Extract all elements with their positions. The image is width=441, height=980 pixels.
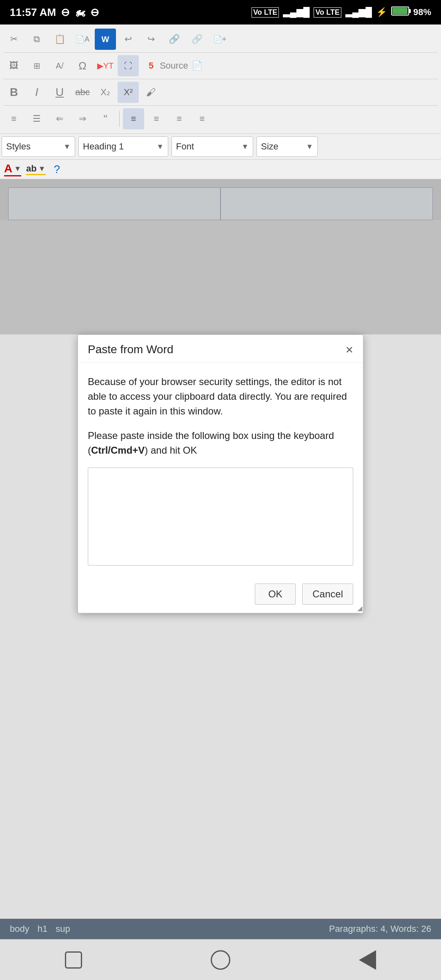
toolbar-row-3: B I U abc X₂ X² 🖌 <box>3 80 438 105</box>
special-chars-button[interactable]: A/ <box>49 55 70 76</box>
battery-percent: 98% <box>413 7 431 18</box>
editor-area: Paste from Word × Because of your browse… <box>0 179 441 220</box>
nav-home-button[interactable] <box>204 946 237 974</box>
modal-message-1: Because of your browser security setting… <box>88 374 353 419</box>
image-button[interactable]: 🖼 <box>3 55 24 76</box>
undo-button[interactable]: ↩ <box>118 29 139 50</box>
symbol-button[interactable]: Ω <box>72 55 93 76</box>
superscript-button[interactable]: X² <box>118 82 139 103</box>
align-right-button[interactable]: ≡ <box>169 108 190 129</box>
text-color-button[interactable]: A ▼ <box>4 162 21 176</box>
time-display: 11:57 AM <box>10 6 56 19</box>
modal-header: Paste from Word × <box>78 335 363 363</box>
cut-button[interactable]: ✂ <box>3 29 24 50</box>
copy-button[interactable]: ⧉ <box>26 29 47 50</box>
toolbar-row-1: ✂ ⧉ 📋 📄A W ↩ ↪ 🔗 🔗 📄+ <box>3 27 438 51</box>
size-dropdown[interactable]: Size ▼ <box>256 136 318 157</box>
outdent-button[interactable]: ⇐ <box>49 108 70 129</box>
cancel-button[interactable]: Cancel <box>302 584 353 605</box>
signal1-icon: ▂▄▆█ <box>283 7 310 18</box>
nav-bar <box>0 939 441 980</box>
toolbar-divider <box>119 111 120 127</box>
status-bar: 11:57 AM ⊖ 🏍 ⊖ Vo LTE ▂▄▆█ Vo LTE ▂▄▆█ ⚡… <box>0 0 441 24</box>
paste-button[interactable]: 📋 <box>49 29 70 50</box>
color-row: A ▼ ab ▼ ? <box>0 160 441 179</box>
toolbar-row-2: 🖼 ⊞ A/ Ω ▶YT ⛶ 5 Source 📄 <box>3 53 438 78</box>
status-tags: body h1 sup <box>10 924 70 934</box>
strikethrough-button[interactable]: abc <box>72 82 93 103</box>
font-dropdown[interactable]: Font ▼ <box>172 136 253 157</box>
modal-overlay: Paste from Word × Because of your browse… <box>0 179 441 334</box>
nav-back-button[interactable] <box>351 946 384 974</box>
heading-dropdown[interactable]: Heading 1 ▼ <box>78 136 168 157</box>
bold-button[interactable]: B <box>3 82 24 103</box>
size-arrow: ▼ <box>306 143 313 151</box>
expand-button[interactable]: ⛶ <box>118 55 139 76</box>
size-label: Size <box>261 141 278 152</box>
toolbar-row-4: ≡ ☰ ⇐ ⇒ " ≡ ≡ ≡ ≡ <box>3 107 438 131</box>
redo-button[interactable]: ↪ <box>140 29 162 50</box>
status-tag-h1: h1 <box>38 924 47 934</box>
paste-text-button[interactable]: 📄A <box>72 29 93 50</box>
italic-button[interactable]: I <box>26 82 47 103</box>
blank-button[interactable]: 📄 <box>186 55 207 76</box>
toolbar-separator-3 <box>3 105 438 106</box>
lte2-icon: Vo LTE <box>314 7 341 18</box>
help-button[interactable]: ? <box>54 163 60 176</box>
status-tag-body: body <box>10 924 29 934</box>
mobile-icon: 🏍 <box>75 6 85 19</box>
status-right: Vo LTE ▂▄▆█ Vo LTE ▂▄▆█ ⚡ 98% <box>252 7 431 18</box>
insert-button[interactable]: 📄+ <box>209 29 230 50</box>
paste-word-button[interactable]: W <box>95 29 116 50</box>
align-center-button[interactable]: ≡ <box>146 108 167 129</box>
modal-body: Because of your browser security setting… <box>78 363 363 577</box>
charging-icon: ⚡ <box>376 7 387 18</box>
nav-square-icon <box>65 951 82 969</box>
highlight-color-button[interactable]: ab ▼ <box>26 163 46 175</box>
sim2-icon: ⊖ <box>90 6 99 19</box>
highlight-arrow: ▼ <box>38 165 46 173</box>
blockquote-button[interactable]: " <box>95 108 116 129</box>
word-count: Paragraphs: 4, Words: 26 <box>329 924 431 934</box>
align-left-button[interactable]: ≡ <box>123 108 144 129</box>
modal-close-button[interactable]: × <box>345 343 353 356</box>
remove-format-button[interactable]: 🖌 <box>140 82 162 103</box>
format-dropdowns: Styles ▼ Heading 1 ▼ Font ▼ Size ▼ <box>0 134 441 160</box>
ordered-list-button[interactable]: ≡ <box>3 108 24 129</box>
nav-circle-icon <box>211 950 230 970</box>
html5-button[interactable]: 5 <box>140 55 162 76</box>
align-justify-button[interactable]: ≡ <box>192 108 213 129</box>
font-arrow: ▼ <box>241 143 249 151</box>
styles-arrow: ▼ <box>63 143 71 151</box>
unordered-list-button[interactable]: ☰ <box>26 108 47 129</box>
font-label: Font <box>176 141 194 152</box>
heading-arrow: ▼ <box>156 143 164 151</box>
styles-dropdown[interactable]: Styles ▼ <box>2 136 75 157</box>
toolbar-area: ✂ ⧉ 📋 📄A W ↩ ↪ 🔗 🔗 📄+ 🖼 ⊞ A/ Ω ▶YT ⛶ 5 S… <box>0 24 441 134</box>
signal2-icon: ▂▄▆█ <box>345 7 372 18</box>
toolbar-separator-2 <box>3 79 438 79</box>
lte1-icon: Vo LTE <box>252 7 279 18</box>
table-button[interactable]: ⊞ <box>26 55 47 76</box>
ok-button[interactable]: OK <box>255 584 296 605</box>
nav-recent-button[interactable] <box>57 946 90 974</box>
sim-icon: ⊖ <box>61 6 70 19</box>
youtube-button[interactable]: ▶YT <box>95 55 116 76</box>
underline-button[interactable]: U <box>49 82 70 103</box>
link-button[interactable]: 🔗 <box>163 29 185 50</box>
heading-label: Heading 1 <box>83 141 124 152</box>
unlink-button[interactable]: 🔗 <box>186 29 207 50</box>
paste-word-modal: Paste from Word × Because of your browse… <box>78 334 363 613</box>
status-left: 11:57 AM ⊖ 🏍 ⊖ <box>10 6 99 19</box>
indent-button[interactable]: ⇒ <box>72 108 93 129</box>
status-tag-sup: sup <box>56 924 70 934</box>
source-button[interactable]: Source <box>163 55 185 76</box>
resize-handle[interactable] <box>356 606 363 613</box>
modal-message-2: Please paste inside the following box us… <box>88 428 353 458</box>
battery-display <box>391 7 409 18</box>
subscript-button[interactable]: X₂ <box>95 82 116 103</box>
paste-textarea[interactable] <box>88 468 353 566</box>
source-label: Source <box>160 60 188 71</box>
modal-title: Paste from Word <box>88 343 174 356</box>
modal-footer: OK Cancel <box>78 577 363 613</box>
